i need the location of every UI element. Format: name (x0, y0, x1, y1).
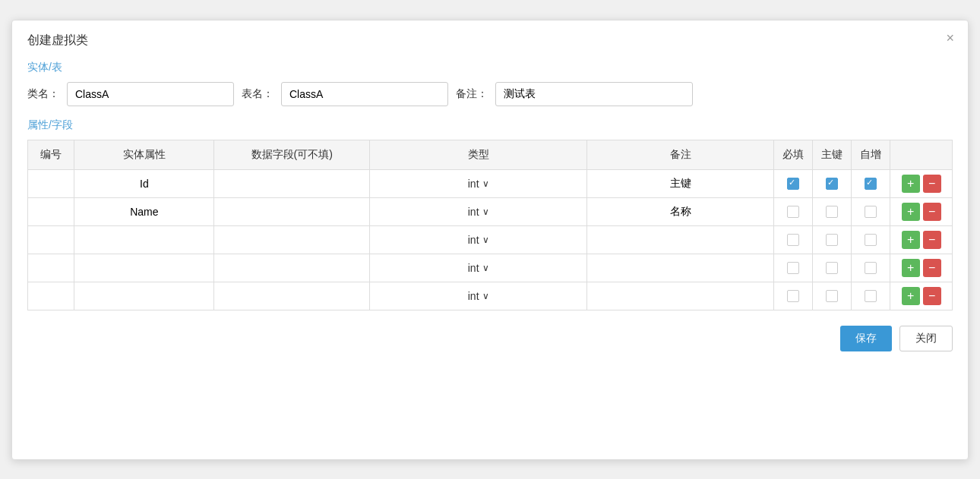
db-field-input[interactable] (217, 288, 366, 304)
cell-primary[interactable] (812, 254, 851, 282)
cell-remark[interactable] (587, 225, 773, 254)
cell-primary[interactable] (812, 169, 851, 197)
db-field-input[interactable] (217, 204, 366, 219)
row-remark-input[interactable] (590, 206, 770, 218)
cell-db-field[interactable] (214, 225, 370, 254)
cell-db-field[interactable] (214, 197, 370, 225)
required-checkbox[interactable] (787, 290, 799, 302)
add-row-button[interactable]: + (902, 287, 920, 305)
remove-row-button[interactable]: − (923, 203, 941, 221)
auto-checkbox[interactable] (865, 290, 877, 302)
required-checkbox[interactable] (787, 262, 799, 274)
cell-required[interactable] (773, 254, 812, 282)
chevron-down-icon[interactable]: ∨ (482, 263, 489, 273)
remove-row-button[interactable]: − (923, 231, 941, 249)
cell-entity-attr[interactable] (74, 282, 214, 310)
cell-required[interactable] (773, 225, 812, 254)
cell-db-field[interactable] (214, 254, 370, 282)
header-auto: 自增 (852, 140, 890, 169)
entity-attr-input[interactable] (77, 176, 210, 191)
remove-row-button[interactable]: − (923, 259, 941, 277)
cell-primary[interactable] (812, 282, 851, 310)
cell-remark[interactable] (587, 169, 773, 197)
table-name-input[interactable] (281, 82, 448, 106)
cell-type[interactable]: int∨ (369, 169, 586, 197)
cell-entity-attr[interactable] (74, 254, 214, 282)
header-actions (890, 140, 953, 169)
class-name-input[interactable] (67, 82, 234, 106)
primary-checkbox[interactable] (826, 206, 838, 218)
header-type: 类型 (369, 140, 586, 169)
cell-auto[interactable] (852, 254, 890, 282)
db-field-input[interactable] (217, 260, 366, 276)
row-remark-input[interactable] (590, 178, 770, 190)
entity-attr-input[interactable] (77, 232, 210, 247)
row-remark-input[interactable] (590, 262, 770, 274)
type-value: int (468, 178, 479, 190)
remove-row-button[interactable]: − (923, 287, 941, 305)
cell-no (28, 197, 74, 225)
cell-no (28, 225, 74, 254)
auto-checkbox[interactable] (865, 262, 877, 274)
chevron-down-icon[interactable]: ∨ (482, 178, 489, 189)
entity-attr-input[interactable] (77, 204, 210, 219)
auto-checkbox[interactable] (865, 206, 877, 218)
close-icon[interactable]: × (946, 31, 954, 45)
fields-section-label: 属性/字段 (27, 118, 953, 132)
cell-entity-attr[interactable] (74, 197, 214, 225)
cell-entity-attr[interactable] (74, 225, 214, 254)
primary-checkbox[interactable] (826, 262, 838, 274)
row-remark-input[interactable] (590, 234, 770, 246)
chevron-down-icon[interactable]: ∨ (482, 206, 489, 217)
remove-row-button[interactable]: − (923, 175, 941, 193)
cell-db-field[interactable] (214, 282, 370, 310)
remark-input[interactable] (495, 82, 693, 106)
primary-checkbox[interactable] (826, 234, 838, 246)
cell-primary[interactable] (812, 197, 851, 225)
cell-auto[interactable] (852, 225, 890, 254)
table-row: int∨+− (28, 169, 953, 197)
auto-checkbox[interactable] (865, 178, 877, 190)
save-button[interactable]: 保存 (840, 326, 892, 351)
required-checkbox[interactable] (787, 206, 799, 218)
entity-attr-input[interactable] (77, 288, 210, 304)
cell-type[interactable]: int∨ (369, 282, 586, 310)
cell-db-field[interactable] (214, 169, 370, 197)
cell-entity-attr[interactable] (74, 169, 214, 197)
type-value: int (468, 262, 479, 274)
close-button[interactable]: 关闭 (899, 326, 953, 351)
add-row-button[interactable]: + (902, 231, 920, 249)
chevron-down-icon[interactable]: ∨ (482, 291, 489, 301)
cell-auto[interactable] (852, 197, 890, 225)
cell-required[interactable] (773, 197, 812, 225)
db-field-input[interactable] (217, 232, 366, 247)
add-row-button[interactable]: + (902, 259, 920, 277)
cell-auto[interactable] (852, 282, 890, 310)
required-checkbox[interactable] (787, 234, 799, 246)
primary-checkbox[interactable] (826, 178, 838, 190)
db-field-input[interactable] (217, 176, 366, 191)
header-entity-attr: 实体属性 (74, 140, 214, 169)
cell-primary[interactable] (812, 225, 851, 254)
primary-checkbox[interactable] (826, 290, 838, 302)
cell-remark[interactable] (587, 197, 773, 225)
cell-type[interactable]: int∨ (369, 254, 586, 282)
cell-actions: +− (890, 169, 953, 197)
cell-type[interactable]: int∨ (369, 225, 586, 254)
cell-auto[interactable] (852, 169, 890, 197)
cell-remark[interactable] (587, 254, 773, 282)
cell-remark[interactable] (587, 282, 773, 310)
cell-required[interactable] (773, 169, 812, 197)
entity-attr-input[interactable] (77, 260, 210, 276)
cell-no (28, 169, 74, 197)
chevron-down-icon[interactable]: ∨ (482, 235, 489, 245)
add-row-button[interactable]: + (902, 175, 920, 193)
row-remark-input[interactable] (590, 290, 770, 302)
cell-type[interactable]: int∨ (369, 197, 586, 225)
required-checkbox[interactable] (787, 178, 799, 190)
add-row-button[interactable]: + (902, 203, 920, 221)
table-row: int∨+− (28, 225, 953, 254)
auto-checkbox[interactable] (865, 234, 877, 246)
cell-actions: +− (890, 254, 953, 282)
cell-required[interactable] (773, 282, 812, 310)
